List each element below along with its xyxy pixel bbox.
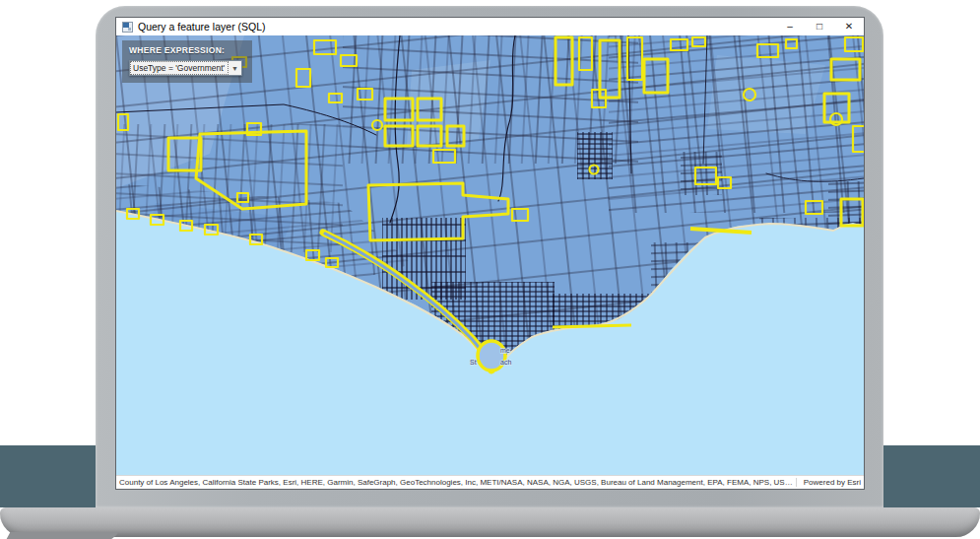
chevron-down-icon: ▼ bbox=[229, 65, 241, 72]
place-label-fragment: ach bbox=[500, 359, 511, 366]
window-title: Query a feature layer (SQL) bbox=[138, 21, 266, 33]
parcel-map: me St ach bbox=[116, 35, 864, 475]
laptop-base-shadow bbox=[6, 532, 119, 539]
laptop-base bbox=[0, 507, 980, 537]
app-window: Query a feature layer (SQL) – □ ✕ bbox=[115, 17, 865, 490]
window-controls: – □ ✕ bbox=[775, 18, 864, 35]
map-view[interactable]: me St ach WHERE EXPRESSION: UseType = 'G… bbox=[116, 35, 864, 475]
desk-backdrop-left bbox=[0, 445, 96, 507]
where-expression-label: WHERE EXPRESSION: bbox=[129, 45, 245, 55]
where-expression-dropdown[interactable]: UseType = 'Government' ▼ bbox=[129, 60, 242, 76]
minimize-button[interactable]: – bbox=[775, 18, 805, 35]
place-label-fragment: me bbox=[500, 347, 510, 354]
government-parcel-outline bbox=[478, 341, 505, 371]
page: Query a feature layer (SQL) – □ ✕ bbox=[0, 0, 980, 539]
dropdown-selected-value: UseType = 'Government' bbox=[131, 62, 228, 74]
app-icon bbox=[122, 22, 133, 33]
close-button[interactable]: ✕ bbox=[834, 18, 864, 35]
desk-backdrop-right bbox=[883, 445, 980, 507]
window-titlebar[interactable]: Query a feature layer (SQL) – □ ✕ bbox=[116, 18, 864, 35]
query-panel: WHERE EXPRESSION: UseType = 'Government'… bbox=[122, 40, 252, 83]
powered-by-esri: Powered by Esri bbox=[796, 478, 864, 487]
attribution-sources: County of Los Angeles, California State … bbox=[116, 478, 796, 487]
government-coast-segment bbox=[553, 325, 631, 327]
maximize-button[interactable]: □ bbox=[805, 18, 834, 35]
place-label-fragment: St bbox=[470, 359, 477, 366]
attribution-bar: County of Los Angeles, California State … bbox=[116, 475, 864, 489]
